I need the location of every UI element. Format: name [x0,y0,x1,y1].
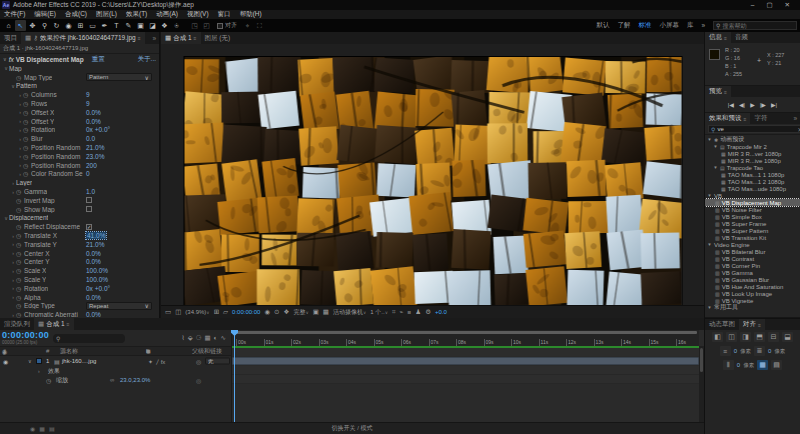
layer-duration-bar[interactable] [232,357,699,365]
tree-expander-icon[interactable]: ▼ [707,242,712,247]
effects-tree-item[interactable]: ▥VB Look Up Image [705,290,800,297]
effect-property-row[interactable]: ›◷Center X0.0% [0,249,159,258]
help-search[interactable]: ⚲ [713,21,797,30]
effects-tree-item[interactable]: ▥VB Bilateral Blur [705,248,800,255]
effect-property-row[interactable]: ›◷Rows9 [0,99,159,108]
effects-tree-item[interactable]: ▼✱动画预设 [705,136,800,143]
tab-motion-sketch[interactable]: 动态草图 [705,319,739,330]
stopwatch-icon[interactable]: ◷ [16,206,24,213]
effects-tree-item[interactable]: ▦TAO Mas...1 1 1080p [705,171,800,178]
tab-character[interactable]: 字符 [750,113,771,124]
property-checkbox[interactable]: ✓ [86,224,92,230]
stopwatch-icon[interactable]: ◷ [23,135,31,142]
menu-item[interactable]: 合成(C) [65,10,87,19]
stopwatch-icon[interactable]: ◷ [16,294,24,301]
stopwatch-icon[interactable]: ◷ [16,223,24,230]
tab-align[interactable]: 对齐 ≡ [739,319,765,330]
stopwatch-icon[interactable]: ◷ [46,376,51,383]
tabs-overflow-icon[interactable]: » [149,35,159,42]
effects-search-box[interactable]: ⚲ ✕ [708,125,800,133]
effect-property-row[interactable]: ›◷Position Random200 [0,161,159,170]
effects-panel-menu-icon[interactable]: ≡ [744,116,747,122]
layer-switches[interactable]: ✦ 〳fx [148,358,165,365]
close-button[interactable]: ✕ [785,1,790,9]
work-area-bar[interactable] [234,331,697,334]
view-layout-dropdown[interactable]: 1 个..∨ [370,308,388,317]
preview-window-icon[interactable]: ▭ [165,308,171,316]
tab-layer-view[interactable]: 图层 (无) [201,32,235,44]
menu-item[interactable]: 效果(T) [126,10,147,19]
property-value[interactable]: 0.0% [86,118,101,125]
show-snapshot-icon[interactable]: ⊙ [274,308,279,316]
tree-expander-icon[interactable]: ▼ [713,144,718,149]
effect-property-row[interactable]: ∨Pattern [0,82,159,91]
layer-expander-icon[interactable]: ∨ [28,358,32,364]
property-value[interactable]: 200 [86,162,97,169]
brush-tool[interactable]: ✎ [123,20,134,31]
graph-editor-icon[interactable]: ∿ [221,334,226,342]
property-pickwhip-icon[interactable]: ◎ [196,376,201,383]
effect-property-row[interactable]: ∨Map [0,64,159,73]
effect-property-row[interactable]: ›◷Center Y0.0% [0,258,159,267]
stopwatch-icon[interactable]: ◷ [23,144,31,151]
timeline-panel-menu-icon[interactable]: ≡ [67,321,70,327]
menu-item[interactable]: 视图(V) [187,10,209,19]
camera-tool[interactable]: ◉ [63,20,74,31]
eraser-tool[interactable]: ◪ [147,20,158,31]
motion-blur-icon[interactable]: ◐ [214,334,218,342]
resolution-dropdown[interactable]: 完整∨ [293,308,308,317]
effect-property-row[interactable]: ›◷Color Random Se0 [0,170,159,179]
align-h-center-button[interactable]: ◫ [726,332,737,342]
zoom-tool[interactable]: ⚲ [39,20,50,31]
property-checkbox[interactable] [86,197,92,203]
show-channels-icon[interactable]: ❖ [284,308,290,316]
fast-preview-icon[interactable]: ⌁ [400,308,404,316]
effects-tree-item[interactable]: ▥VB Displacement Map [705,199,800,206]
effects-search-input[interactable] [717,126,795,132]
property-dropdown[interactable]: Repeat∨ [86,302,152,310]
effect-property-row[interactable]: ›◷Rotation0x +0.0° [0,126,159,135]
stopwatch-icon[interactable]: ◷ [23,100,31,107]
snapping-toggle[interactable]: 对齐 [217,21,237,30]
effect-property-row[interactable]: ›◷Position Random23.0% [0,152,159,161]
playhead[interactable] [234,330,235,422]
transparency-grid-icon[interactable]: ▦ [323,308,329,316]
property-value[interactable]: 0.0% [86,109,101,116]
property-value[interactable]: 0x +0.0° [86,126,110,133]
effects-tree-item[interactable]: ▥VB Noise Filter [705,206,800,213]
selection-tool[interactable]: ↖ [15,20,26,31]
distribute-right-button[interactable]: ≣ [754,346,765,356]
effects-tree-item[interactable]: ▼常用工具 [705,304,800,311]
tab-project[interactable]: 项目 [0,32,21,44]
region-of-interest-icon[interactable]: ▣ [313,308,319,316]
spacing-value[interactable]: 0 [768,348,771,354]
effects-tree-item[interactable]: ▥VB Contrast [705,255,800,262]
time-ruler[interactable]: 00s01s02s03s04s05s06s07s08s09s10s11s12s1… [232,330,699,346]
stopwatch-icon[interactable]: ◷ [23,118,31,125]
effects-tree-item[interactable]: ▥VB Transition Kit [705,234,800,241]
link-dimensions-icon[interactable]: ∞ [110,377,114,383]
stopwatch-icon[interactable]: ◷ [16,74,24,81]
align-top-button[interactable]: ⬒ [754,332,765,342]
align-left-button[interactable]: ◧ [712,332,723,342]
effect-property-row[interactable]: ›◷Scale Y100.0% [0,275,159,284]
effect-property-row[interactable]: ◷Edge TypeRepeat∨ [0,302,159,311]
effect-property-row[interactable]: ›◷Offset X0.0% [0,108,159,117]
menu-item[interactable]: 编辑(E) [34,10,56,19]
effect-property-row[interactable]: ›◷Translate Y21.0% [0,240,159,249]
align-right-button[interactable]: ◨ [740,332,751,342]
parent-link-header[interactable]: 父级和链接 [192,347,222,356]
tab-info[interactable]: 信息 ≡ [705,32,731,43]
property-value[interactable]: 1.0 [86,188,95,195]
tab-audio[interactable]: 音频 [731,32,752,43]
clone-stamp-tool[interactable]: ▣ [135,20,146,31]
stopwatch-icon[interactable]: ◷ [16,232,24,239]
effects-tree-item[interactable]: ▼Video Engine [705,241,800,248]
stopwatch-icon[interactable]: ◷ [16,311,24,318]
effect-property-row[interactable]: ›◷Translate X41.0% [0,231,159,240]
workspace-1[interactable]: 默认 [596,21,609,30]
info-panel-menu-icon[interactable]: ≡ [724,35,727,41]
property-value[interactable]: 100.0% [86,276,108,283]
workspace-5[interactable]: 库 [687,21,694,30]
align-v-center-button[interactable]: ⊟ [768,332,779,342]
